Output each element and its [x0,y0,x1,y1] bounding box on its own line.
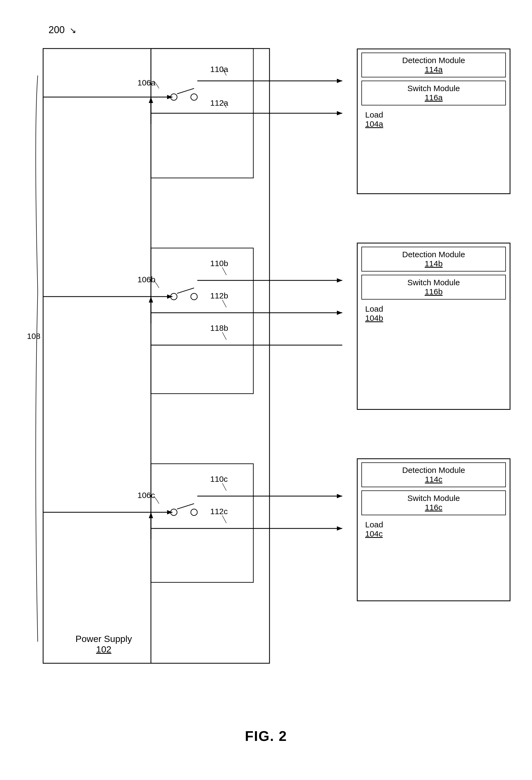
detection-module-b: Detection Module 114b [361,247,506,272]
ref-106c: 106c [138,491,155,500]
detection-module-a: Detection Module 114a [361,53,506,78]
ref-110a: 110a [210,65,228,74]
switch-module-a: Switch Module 116a [361,81,506,105]
ref-106a: 106a [138,78,156,87]
power-supply-label: Power Supply 102 [75,634,132,654]
bus-ref-label: 108 [27,332,41,341]
ref-110c: 110c [210,475,228,484]
ref-112b: 112b [210,291,228,300]
svg-point-6 [191,94,197,100]
diagram-container: 200 ↘ [21,21,511,749]
svg-line-17 [177,288,194,293]
figure-label: FIG. 2 [245,728,287,744]
load-group-a: Detection Module 114a Switch Module 116a… [357,49,511,194]
svg-marker-28 [167,510,172,515]
load-c: Load 104c [361,519,506,540]
load-group-b: Detection Module 114b Switch Module 116b… [357,243,511,410]
svg-rect-34 [151,464,253,582]
detection-module-c: Detection Module 114c [361,462,506,487]
svg-marker-38 [337,526,342,531]
ref-110b: 110b [210,259,228,268]
svg-rect-0 [43,49,269,663]
svg-marker-13 [337,111,342,115]
ref-118b: 118b [210,324,228,333]
svg-point-18 [191,293,197,300]
svg-marker-23 [337,278,342,283]
svg-marker-25 [337,310,342,315]
svg-line-5 [177,88,194,94]
load-a: Load 104a [361,109,506,130]
svg-marker-3 [167,95,172,99]
svg-marker-15 [167,294,172,299]
ref-106b: 106b [138,275,156,284]
switch-module-b: Switch Module 116b [361,275,506,299]
svg-marker-11 [337,79,342,83]
ref-112c: 112c [210,507,228,516]
svg-line-30 [177,504,194,509]
ref-112a: 112a [210,98,228,108]
svg-marker-36 [337,494,342,498]
switch-module-c: Switch Module 116c [361,490,506,515]
svg-point-31 [191,509,197,516]
load-b: Load 104b [361,303,506,324]
load-group-c: Detection Module 114c Switch Module 116c… [357,458,511,601]
svg-rect-21 [151,248,253,394]
